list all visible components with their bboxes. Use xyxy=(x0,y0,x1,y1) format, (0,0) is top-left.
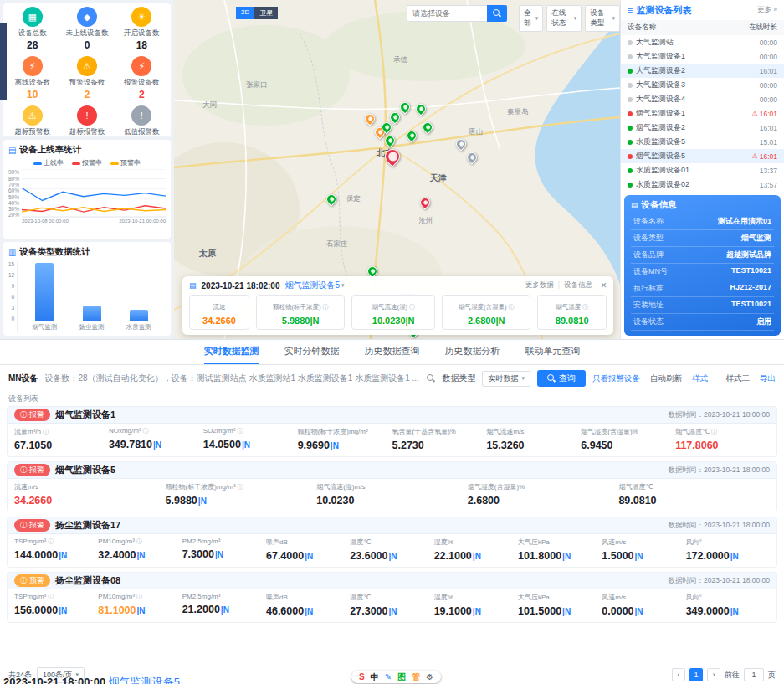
overlay-device-select[interactable]: 烟气监测设备5 ▾ xyxy=(284,280,344,291)
search-icon[interactable] xyxy=(427,374,435,383)
device-card-name[interactable]: 扬尘监测设备08 xyxy=(55,574,120,587)
metric-value: 5.9880|N xyxy=(166,495,314,507)
toolbar-action[interactable]: 自动刷新 xyxy=(650,373,682,384)
stat-label: 预警设备数 xyxy=(59,78,114,88)
device-info-row: 设备状态 启用 xyxy=(631,314,774,331)
more-link[interactable]: 更多 » xyxy=(757,5,777,15)
map-fil-select[interactable]: 设备类型▾ xyxy=(585,5,620,32)
info-icon[interactable]: ⓘ xyxy=(136,538,142,544)
map-fil-select[interactable]: 全部▾ xyxy=(519,5,543,32)
device-list-row[interactable]: 烟气监测设备2 ⚠ 16:01 xyxy=(621,121,784,135)
toolbar-action[interactable]: 样式一 xyxy=(692,373,716,384)
device-name: 大气监测设备4 xyxy=(636,94,760,105)
query-button[interactable]: 查询 xyxy=(537,370,586,387)
metric-label: 风向°ⓘ xyxy=(686,537,766,547)
map-layer-toggle[interactable]: 2D xyxy=(236,7,254,19)
map-layer-toggle[interactable]: 卫星 xyxy=(254,7,278,19)
current-page[interactable]: 1 xyxy=(689,668,703,681)
device-card-name[interactable]: 烟气监测设备1 xyxy=(55,409,115,421)
datatype-select[interactable]: 实时数据 ▾ xyxy=(482,371,530,387)
metrics-row: TSPmg/m³ⓘ 156.0000|N PM10mg/m³ⓘ 81.1000|… xyxy=(8,589,776,622)
stat-icon-glyph: ◆ xyxy=(84,12,90,23)
info-label: 设备品牌 xyxy=(633,249,664,260)
badge-label: 预警 xyxy=(29,575,44,586)
x-label-end: 2023-10-21 00:00:00 xyxy=(119,219,166,224)
device-card-name[interactable]: 扬尘监测设备17 xyxy=(55,519,120,532)
info-icon[interactable]: ⓘ xyxy=(136,594,142,599)
device-selection-summary[interactable]: 设备数：28（测试自动化变化），设备：测试监测站点 水质监测站1 水质监测设备1… xyxy=(45,373,421,384)
stat-label: 超标报警数 xyxy=(59,127,114,136)
overlay-metric-chip[interactable]: 烟气温度ⓘ 89.0810 xyxy=(537,295,607,330)
info-icon[interactable]: ⓘ xyxy=(237,428,243,434)
device-card-header: ⓘ预警 扬尘监测设备08 数据时间：2023-10-21 18:00:00 xyxy=(8,573,776,589)
legend-item[interactable]: 报警率 xyxy=(72,158,102,167)
tab[interactable]: 历史数据分析 xyxy=(445,340,500,364)
map[interactable]: 张家口 大同 承德 北京 天津 唐山 秦皇岛 保定 沧州 石家庄 太原 济南 2… xyxy=(174,0,620,339)
device-list-row[interactable]: 大气监测设备4 ⚠ 00:00 xyxy=(621,92,784,106)
device-info-link[interactable]: 设备信息 xyxy=(564,280,592,291)
clipped-device-link: 烟气监测设备5 xyxy=(109,676,180,684)
ime-item[interactable]: ⚙ xyxy=(426,673,433,681)
device-list-row[interactable]: 水质监测设备02 ⚠ 13:57 xyxy=(621,177,784,192)
tab[interactable]: 实时分钟数据 xyxy=(284,340,340,364)
metric-value: 2.6800|N xyxy=(468,316,505,326)
info-icon[interactable]: ⓘ xyxy=(143,428,149,434)
goto-page-input[interactable] xyxy=(744,668,764,681)
more-data-link[interactable]: 更多数据 xyxy=(525,280,554,291)
map-search-button[interactable] xyxy=(487,5,507,22)
overlay-metric-chip[interactable]: 烟气湿度(含湿量)ⓘ 2.6800|N xyxy=(442,295,530,330)
device-list-row[interactable]: 水质监测设备5 ⚠ 15:01 xyxy=(621,135,784,149)
info-icon[interactable]: ⓘ xyxy=(48,538,54,544)
device-list-row[interactable]: 烟气监测设备1 ⚠ 16:01 xyxy=(621,106,784,121)
metric: TSPmg/m³ⓘ 156.0000|N xyxy=(14,593,98,617)
overlay-device-name: 烟气监测设备5 xyxy=(284,280,340,291)
stat-value: 2 xyxy=(59,89,114,100)
ime-toolbar[interactable]: S 中 ✎ 图 管 ⚙ xyxy=(351,671,441,683)
metric-label: 噪声dBⓘ xyxy=(266,593,346,602)
metric-label: 烟气流速(湿)m/sⓘ xyxy=(316,482,464,491)
device-card-name[interactable]: 烟气监测设备5 xyxy=(55,464,115,476)
device-list-row[interactable]: 大气监测设备3 ⚠ 00:00 xyxy=(621,78,784,92)
next-page-button[interactable]: › xyxy=(707,668,720,681)
metric-label: 风速m/sⓘ xyxy=(602,593,682,602)
tab[interactable]: 实时数据监测 xyxy=(204,340,259,364)
tab[interactable]: 历史数据查询 xyxy=(365,340,420,364)
device-card-header: ⓘ报警 烟气监测设备5 数据时间：2023-10-21 18:00:00 xyxy=(8,462,776,479)
metric: 大气压kPaⓘ 101.8000|N xyxy=(518,537,602,562)
device-list-row[interactable]: 水质监测设备01 ⚠ 13:37 xyxy=(621,163,784,177)
ime-item[interactable]: 管 xyxy=(412,673,420,681)
stat-label: 报警设备数 xyxy=(115,78,169,88)
toolbar-action[interactable]: 样式二 xyxy=(726,373,751,384)
legend-item[interactable]: 上线率 xyxy=(33,158,64,167)
info-icon[interactable]: ⓘ xyxy=(711,429,717,435)
device-list-row[interactable]: 大气监测设备2 ⚠ 16:01 xyxy=(621,64,784,78)
legend-item[interactable]: 预警率 xyxy=(110,158,141,167)
map-fil-select[interactable]: 在线状态▾ xyxy=(546,5,582,32)
map-search-input[interactable] xyxy=(407,5,487,22)
ime-item[interactable]: ✎ xyxy=(385,673,392,681)
prev-page-button[interactable]: ‹ xyxy=(672,668,685,681)
info-icon[interactable]: ⓘ xyxy=(48,594,54,599)
tab[interactable]: 联动单元查询 xyxy=(525,340,581,364)
toolbar-action[interactable]: 导出 xyxy=(760,373,776,384)
device-list-row[interactable]: 烟气监测设备5 ⚠ 16:01 xyxy=(621,149,784,163)
query-button-label: 查询 xyxy=(559,373,576,384)
overlay-metric-chip[interactable]: 颗粒物(标干浓度)ⓘ 5.9880|N xyxy=(256,295,345,330)
info-icon[interactable]: ⓘ xyxy=(43,429,49,435)
ime-item[interactable]: S xyxy=(359,673,365,681)
close-icon[interactable]: × xyxy=(601,280,607,291)
info-icon[interactable]: ⓘ xyxy=(238,484,243,490)
stat-card: ⚠ 预警设备数 2 xyxy=(59,56,114,100)
ime-item[interactable]: 图 xyxy=(397,673,406,681)
toolbar-action[interactable]: 只看报警设备 xyxy=(592,373,640,384)
ime-item[interactable]: 中 xyxy=(371,673,379,681)
overlay-metric-chip[interactable]: 烟气流速(湿)ⓘ 10.0230|N xyxy=(351,295,435,330)
metric: 湿度%ⓘ 19.1000|N xyxy=(434,593,518,617)
online-duration: 13:37 xyxy=(760,167,777,175)
device-list-row[interactable]: 大气监测设备1 ⚠ 00:00 xyxy=(621,49,784,64)
device-list-row[interactable]: 大气监测站 ⚠ 00:00 xyxy=(621,35,784,49)
metric: 风向°ⓘ 172.0000|N xyxy=(686,537,770,562)
metric-suffix: |N xyxy=(730,607,739,616)
online-duration: 00:00 xyxy=(760,81,777,90)
overlay-metric-chip[interactable]: 流速ⓘ 34.2660 xyxy=(189,295,249,330)
